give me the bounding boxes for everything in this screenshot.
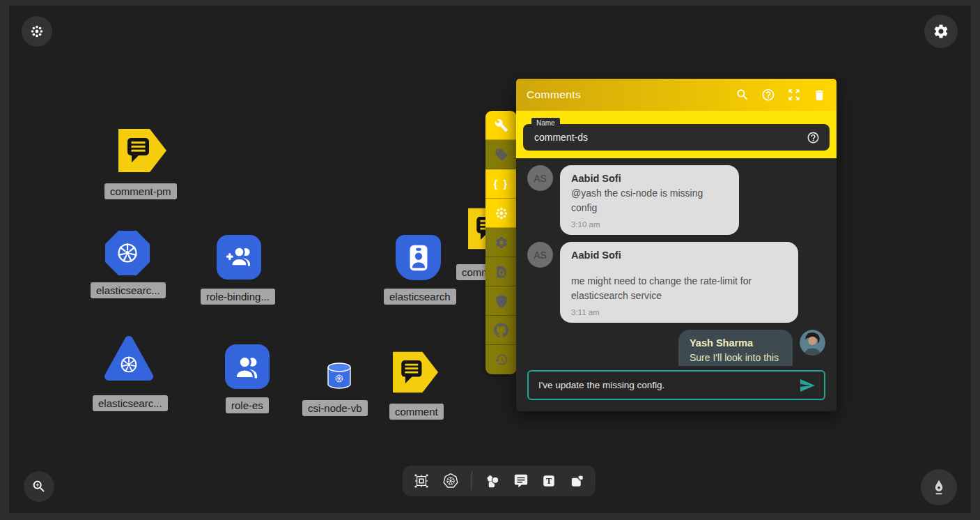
shield-icon [495,294,508,308]
node-role-binding[interactable] [217,235,261,280]
comments-panel-header[interactable]: Comments [516,79,837,111]
toolbar-history-button[interactable] [485,345,517,374]
node-label: elasticsearc... [93,395,168,411]
node-label: comment [389,404,444,420]
node-csi-node-vb[interactable] [327,362,352,390]
toolbar-wrench-button[interactable] [485,111,517,140]
node-label: role-binding... [201,289,275,305]
delete-icon[interactable] [813,89,826,102]
wrench-icon [495,118,508,132]
node-elasticsearch-octagon[interactable] [105,231,150,275]
comment-tool-icon[interactable] [513,473,529,489]
kubernetes-flower-icon [29,24,45,39]
media-tool-icon[interactable] [569,473,585,489]
help-icon[interactable] [761,88,775,102]
comment-message: AS Aabid Sofi me might need to change th… [527,242,825,323]
name-field-label: Name [531,118,560,128]
avatar: AS [527,242,553,268]
toolbar-github-button[interactable] [485,316,517,345]
gear-icon [495,236,508,250]
comment-text: me might need to change the rate-limit f… [571,274,787,303]
role-binding-icon [224,242,254,273]
toolbar-shield-button[interactable] [485,286,517,316]
node-elasticsearch-triangle[interactable] [103,335,155,385]
comment-input[interactable] [537,379,799,391]
node-label: comment-pm [104,183,177,199]
toolbar-kubernetes-button[interactable] [485,199,517,228]
shapes-tool-icon[interactable] [485,473,501,489]
comment-time: 3:10 am [571,220,728,229]
gear-icon [933,23,949,40]
toolbar-tag-button[interactable] [485,140,517,169]
node-role-es[interactable] [225,344,270,389]
expand-icon[interactable] [787,88,801,102]
comment-composer [527,370,825,400]
file-search-icon [495,265,508,279]
settings-button[interactable] [924,15,958,48]
component-library-icon[interactable] [413,473,430,489]
comment-author: Aabid Sofi [571,250,787,261]
pen-tool-button[interactable] [921,469,957,505]
comments-thread[interactable]: AS Aabid Sofi @yash the csi-node is miss… [516,158,837,366]
role-icon [232,351,263,382]
app-menu-button[interactable] [22,16,52,47]
name-input[interactable] [533,131,807,144]
toolbar-gear-button[interactable] [485,228,517,257]
zoom-in-icon [31,479,47,494]
comments-panel: Comments Name AS Aabid Sofi @yash the cs… [516,79,837,411]
help-icon[interactable] [807,131,820,144]
comment-time: 3:11 am [571,308,787,316]
history-icon [495,353,508,367]
toolbar-divider [472,472,472,490]
node-label: elasticsearch [384,289,456,305]
kubernetes-icon[interactable] [442,473,459,489]
pen-nib-icon [930,478,948,496]
node-label: csi-node-vb [302,400,368,416]
comment-author: Yash Sharma [690,337,781,349]
github-icon [494,323,508,337]
panel-title: Comments [527,89,736,101]
bottom-tool-palette [403,466,596,496]
id-badge-icon [403,242,435,274]
toolbar-file-search-button[interactable] [485,257,517,286]
search-icon[interactable] [736,88,749,102]
node-label: role-es [226,397,269,413]
node-comment[interactable] [393,350,439,395]
node-elasticsearch-service-account[interactable] [396,235,441,280]
toolbar-braces-button[interactable]: { } [485,169,517,199]
comment-message: AS Aabid Sofi @yash the csi-node is miss… [527,165,825,235]
node-comment-pm[interactable] [118,127,167,174]
node-action-toolbar: { } [485,111,517,374]
tag-icon [495,148,508,162]
comment-message: Yash Sharma Sure I'll look into this 3:2… [527,330,825,366]
comment-text: @yash the csi-node is missing config [571,186,728,215]
text-tool-icon[interactable] [541,473,557,489]
kubernetes-flower-icon [494,206,509,221]
avatar-photo [800,330,825,355]
braces-icon: { } [494,178,509,190]
comment-text: Sure I'll look into this [690,351,781,365]
name-field-section: Name [516,111,837,158]
avatar: AS [527,165,553,191]
send-icon[interactable] [799,377,816,394]
comment-author: Aabid Sofi [571,173,728,184]
node-label: elasticsearc... [91,282,166,298]
zoom-button[interactable] [24,471,54,502]
